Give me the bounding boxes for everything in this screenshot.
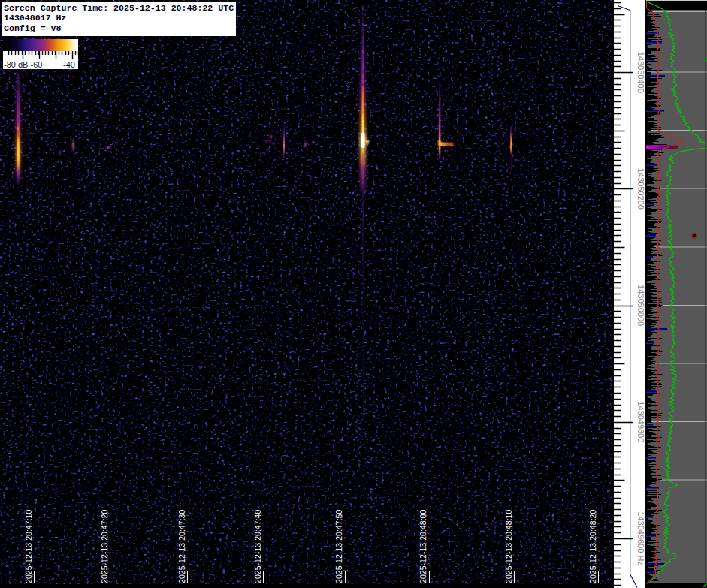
svg-text:143049800: 143049800 — [636, 401, 645, 442]
svg-text:-40: -40 — [63, 60, 75, 69]
svg-text:143049600 Hz: 143049600 Hz — [636, 511, 645, 565]
svg-text:143050200: 143050200 — [636, 168, 645, 210]
svg-text:143050000: 143050000 — [636, 285, 645, 326]
svg-text:-80 dB -60: -80 dB -60 — [4, 60, 42, 69]
svg-text:143050400: 143050400 — [636, 52, 645, 93]
